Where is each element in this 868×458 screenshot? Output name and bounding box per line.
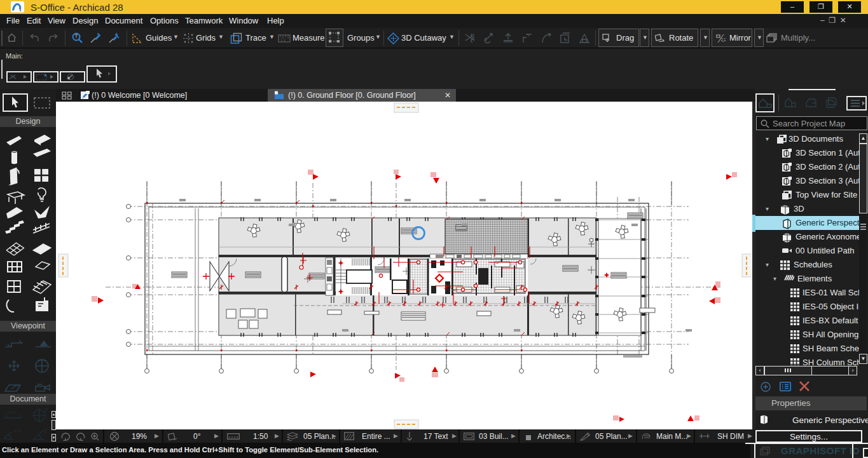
svg-text:1 2: 1 2 xyxy=(280,38,286,42)
